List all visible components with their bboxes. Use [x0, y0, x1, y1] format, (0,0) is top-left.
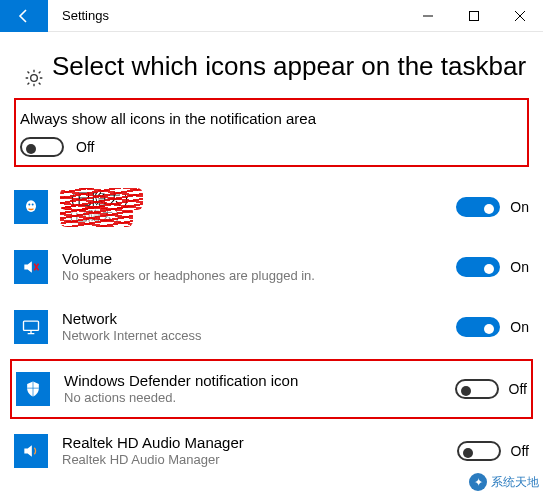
- speaker-muted-icon: [14, 250, 48, 284]
- item-text: Network Network Internet access: [62, 310, 456, 345]
- item-toggle-state: On: [510, 199, 529, 215]
- svg-rect-0: [470, 11, 479, 20]
- item-toggle-wrap: Off: [457, 441, 529, 461]
- item-text: Windows Defender notification icon No ac…: [64, 372, 455, 407]
- item-text: （已隐去） （已隐去）: [62, 190, 456, 225]
- watermark-icon: ✦: [469, 473, 487, 491]
- item-subtitle: （已隐去）: [62, 208, 448, 224]
- master-toggle-row: Off: [20, 137, 523, 157]
- monitor-icon: [14, 310, 48, 344]
- master-toggle[interactable]: [20, 137, 64, 157]
- window-title: Settings: [48, 8, 109, 23]
- list-item: Windows Defender notification icon No ac…: [16, 365, 527, 413]
- svg-point-2: [28, 204, 30, 206]
- item-toggle[interactable]: [455, 379, 499, 399]
- maximize-button[interactable]: [451, 0, 497, 32]
- item-text: Volume No speakers or headphones are plu…: [62, 250, 456, 285]
- speaker-icon: [14, 434, 48, 468]
- svg-point-3: [32, 204, 34, 206]
- toggle-knob: [463, 448, 473, 458]
- watermark-text: 系统天地: [491, 474, 539, 491]
- item-text: Realtek HD Audio Manager Realtek HD Audi…: [62, 434, 457, 469]
- item-title: Network: [62, 310, 448, 329]
- titlebar: Settings: [0, 0, 543, 32]
- shield-icon: [16, 372, 50, 406]
- svg-point-1: [26, 200, 36, 212]
- minimize-icon: [423, 11, 433, 21]
- item-toggle-wrap: Off: [455, 379, 527, 399]
- list-item: Volume No speakers or headphones are plu…: [14, 237, 529, 297]
- item-toggle[interactable]: [456, 197, 500, 217]
- item-toggle-state: On: [510, 259, 529, 275]
- gear-icon: [24, 68, 44, 88]
- item-toggle-state: On: [510, 319, 529, 335]
- item-toggle-state: Off: [511, 443, 529, 459]
- page-title: Select which icons appear on the taskbar: [52, 50, 527, 84]
- close-button[interactable]: [497, 0, 543, 32]
- item-toggle-wrap: On: [456, 317, 529, 337]
- item-toggle[interactable]: [457, 441, 501, 461]
- list-item: Realtek HD Audio Manager Realtek HD Audi…: [14, 421, 529, 481]
- item-subtitle: Network Internet access: [62, 328, 448, 344]
- item-title: Volume: [62, 250, 448, 269]
- item-toggle[interactable]: [456, 257, 500, 277]
- master-toggle-label: Always show all icons in the notificatio…: [20, 110, 523, 127]
- list-item: Network Network Internet access On: [14, 297, 529, 357]
- item-toggle[interactable]: [456, 317, 500, 337]
- item-subtitle: No actions needed.: [64, 390, 447, 406]
- item-toggle-state: Off: [509, 381, 527, 397]
- watermark: ✦ 系统天地: [465, 471, 543, 493]
- page-header: Select which icons appear on the taskbar: [0, 32, 543, 96]
- item-toggle-wrap: On: [456, 197, 529, 217]
- qq-icon: [14, 190, 48, 224]
- icon-list: （已隐去） （已隐去） On Volume No speakers or hea…: [0, 173, 543, 481]
- toggle-knob: [484, 324, 494, 334]
- maximize-icon: [469, 11, 479, 21]
- item-subtitle: Realtek HD Audio Manager: [62, 452, 449, 468]
- item-title: Windows Defender notification icon: [64, 372, 447, 391]
- minimize-button[interactable]: [405, 0, 451, 32]
- item-title: Realtek HD Audio Manager: [62, 434, 449, 453]
- master-toggle-state: Off: [76, 139, 94, 155]
- item-subtitle: No speakers or headphones are plugged in…: [62, 268, 448, 284]
- back-button[interactable]: [0, 0, 48, 32]
- arrow-left-icon: [16, 8, 32, 24]
- list-item: （已隐去） （已隐去） On: [14, 177, 529, 237]
- toggle-knob: [461, 386, 471, 396]
- window-controls: [405, 0, 543, 32]
- toggle-knob: [484, 204, 494, 214]
- close-icon: [515, 11, 525, 21]
- defender-highlight-box: Windows Defender notification icon No ac…: [10, 359, 533, 419]
- svg-rect-4: [24, 321, 39, 330]
- master-toggle-section: Always show all icons in the notificatio…: [14, 98, 529, 167]
- gear-column: [16, 50, 52, 88]
- toggle-knob: [484, 264, 494, 274]
- toggle-knob: [26, 144, 36, 154]
- item-toggle-wrap: On: [456, 257, 529, 277]
